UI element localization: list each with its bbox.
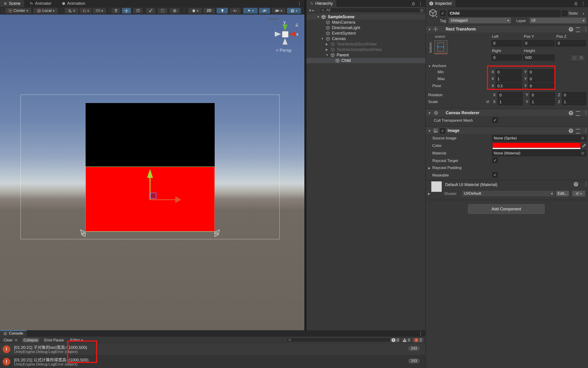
search-window-icon[interactable] xyxy=(420,9,423,12)
camera-settings-button[interactable]: ▾ xyxy=(272,8,286,14)
tab-animation[interactable]: Animation xyxy=(58,0,89,7)
static-checkbox[interactable] xyxy=(562,10,567,16)
hidden-objects-button[interactable] xyxy=(259,8,270,14)
tab-inspector[interactable]: i Inspector xyxy=(426,0,455,7)
gizmo-persp-label[interactable]: < Persp xyxy=(276,48,292,53)
component-menu-icon[interactable]: ⋮ xyxy=(584,128,588,133)
gizmos-button[interactable]: ▾ xyxy=(287,8,301,14)
toolbar-grip[interactable] xyxy=(183,9,185,13)
hierarchy-row-canvas[interactable]: ▼ Canvas xyxy=(306,36,426,41)
posy-field[interactable]: 0 xyxy=(523,40,555,46)
warning-filter-button[interactable]: ! 0 xyxy=(401,338,411,343)
lighting-toggle-button[interactable] xyxy=(217,8,228,14)
add-component-button[interactable]: Add Component xyxy=(468,204,544,214)
pivot-y-field[interactable]: 0 xyxy=(528,83,554,89)
gameobject-name-field[interactable]: Child xyxy=(448,10,560,17)
move-tool-button[interactable] xyxy=(122,8,131,14)
hierarchy-row-parent[interactable]: ▼ Parent xyxy=(306,52,426,58)
handle-rotation-button[interactable]: Local▾ xyxy=(33,8,58,14)
object-picker-icon[interactable]: ⊙ xyxy=(581,151,584,156)
error-pause-button[interactable]: Error Pause xyxy=(43,338,65,343)
gizmo-y-cone[interactable] xyxy=(283,25,287,31)
shader-edit-button[interactable]: Edit... xyxy=(556,190,569,197)
min-x-field[interactable]: 0 xyxy=(496,69,522,75)
tag-dropdown[interactable]: Untagged▾ xyxy=(448,17,511,24)
material-field[interactable]: None (Material)⊙ xyxy=(492,150,586,156)
toolbar-grip[interactable] xyxy=(61,9,62,13)
presets-icon[interactable] xyxy=(576,28,580,32)
console-menu-icon[interactable]: ⋮ xyxy=(418,331,423,336)
max-x-field[interactable]: 1 xyxy=(496,76,522,82)
shader-dropdown[interactable]: UI/Default▾ xyxy=(462,190,555,197)
scale-z-field[interactable]: 1 xyxy=(562,99,586,105)
create-button[interactable]: +▾ xyxy=(309,8,314,13)
overlay-handle[interactable] xyxy=(267,18,278,19)
cull-transparent-mesh-checkbox[interactable]: ✓ xyxy=(492,117,498,123)
help-icon[interactable]: ? xyxy=(569,27,573,32)
lock-icon[interactable] xyxy=(412,2,415,5)
gizmo-lock-icon[interactable] xyxy=(295,23,299,27)
presets-icon[interactable] xyxy=(576,129,580,134)
gizmo-center-cube[interactable] xyxy=(282,31,288,37)
scale-x-field[interactable]: 1 xyxy=(498,99,523,105)
rect-transform-header[interactable]: ▼ Rect Transform ? ⋮ xyxy=(426,25,588,33)
move-gizmo-plane-handle[interactable] xyxy=(150,193,156,199)
gizmo-x-cone[interactable] xyxy=(289,32,295,37)
anchors-foldout[interactable]: ▼ xyxy=(428,64,431,68)
gizmo-west-cone[interactable] xyxy=(275,32,281,37)
presets-icon[interactable] xyxy=(576,111,580,116)
increment-snap-button[interactable]: ▾ xyxy=(93,8,106,14)
image-enabled-checkbox[interactable]: ✓ xyxy=(440,128,445,134)
rect-tool-button[interactable] xyxy=(158,8,168,14)
2d-toggle-button[interactable]: 2D xyxy=(203,8,215,14)
rot-z-field[interactable]: 0 xyxy=(562,92,586,98)
anchor-preset-widget[interactable] xyxy=(434,40,447,54)
material-menu-icon[interactable]: ⋮ xyxy=(584,182,588,186)
rot-x-field[interactable]: 0 xyxy=(498,92,523,98)
transform-tool-button[interactable] xyxy=(169,8,180,14)
inspector-menu-icon[interactable]: ⋮ xyxy=(581,1,585,6)
max-y-field[interactable]: 0 xyxy=(528,76,554,82)
canvas-renderer-header[interactable]: ▼ Canvas Renderer ? ⋮ xyxy=(426,109,588,116)
clear-dropdown-icon[interactable]: ▾ xyxy=(14,339,17,342)
anchor-handle-right[interactable] xyxy=(212,228,221,238)
error-filter-button[interactable]: ! 2 xyxy=(412,338,424,343)
raycast-target-checkbox[interactable]: ✓ xyxy=(492,158,498,163)
left-field[interactable]: 0 xyxy=(492,40,522,46)
tab-animator[interactable]: Animator xyxy=(26,0,55,7)
hierarchy-menu-icon[interactable]: ⋮ xyxy=(418,1,423,6)
component-menu-icon[interactable]: ⋮ xyxy=(584,110,588,115)
tab-scene[interactable]: Scene xyxy=(0,0,24,7)
posz-field[interactable]: 0 xyxy=(556,40,586,46)
shader-list-button[interactable]: ▾ xyxy=(572,190,586,197)
clear-button[interactable]: Clear ▾ xyxy=(1,338,19,343)
hierarchy-row-maincamera[interactable]: MainCamera xyxy=(306,19,426,25)
scale-y-field[interactable]: 1 xyxy=(530,99,555,105)
anchor-handle-left[interactable] xyxy=(79,228,88,238)
scale-link-icon[interactable] xyxy=(485,100,490,104)
info-filter-button[interactable]: ! 0 xyxy=(390,338,400,343)
collapse-button[interactable]: Collapse xyxy=(22,338,39,343)
editor-dropdown-button[interactable]: Editor▾ xyxy=(68,338,85,343)
hierarchy-search-input[interactable]: All xyxy=(320,8,425,13)
rotate-tool-button[interactable] xyxy=(133,8,143,14)
hierarchy-row-directionallight[interactable]: DirectionalLight xyxy=(306,25,426,30)
parent-image-rect[interactable] xyxy=(85,103,215,166)
toolbar-grip[interactable] xyxy=(2,9,3,13)
image-header[interactable]: ▼ ✓ Image ? ⋮ xyxy=(426,127,588,134)
static-dropdown[interactable]: ▾ xyxy=(583,12,584,16)
color-swatch[interactable] xyxy=(492,143,581,149)
hierarchy-row-samplescene[interactable]: ▼ SampleScene xyxy=(306,14,426,19)
scene-panel-menu-icon[interactable]: ⋮ xyxy=(297,1,302,6)
gizmo-south-cone[interactable] xyxy=(283,38,287,45)
view-tool-button[interactable] xyxy=(111,8,120,14)
material-preview-swatch[interactable] xyxy=(431,181,442,192)
raycast-padding-foldout[interactable]: ▶ xyxy=(428,166,430,170)
snap-button[interactable]: ▾ xyxy=(79,8,92,14)
component-menu-icon[interactable]: ⋮ xyxy=(584,27,588,31)
hierarchy-row-testverticalscrollview[interactable]: ▶ TestVerticalScrollView xyxy=(306,41,426,47)
blueprint-mode-button[interactable] xyxy=(571,55,578,61)
move-gizmo-x-axis[interactable] xyxy=(151,199,176,200)
min-y-field[interactable]: 0 xyxy=(528,69,554,75)
source-image-field[interactable]: None (Sprite)⊙ xyxy=(492,135,586,141)
